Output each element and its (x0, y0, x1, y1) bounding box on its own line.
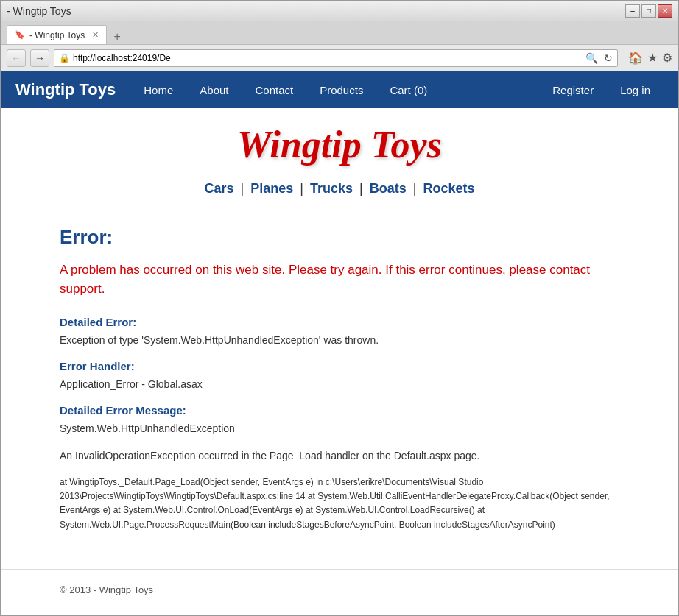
navbar: Wingtip Toys Home About Contact Products… (1, 71, 678, 108)
cat-trucks[interactable]: Trucks (310, 181, 353, 196)
footer: © 2013 - Wingtip Toys (1, 569, 678, 610)
nav-products[interactable]: Products (306, 74, 376, 107)
category-nav: Cars | Planes | Trucks | Boats | Rockets (1, 174, 678, 211)
navbar-right: Register Log in (539, 74, 664, 107)
error-heading: Error: (60, 226, 619, 249)
nav-cart[interactable]: Cart (0) (376, 74, 440, 107)
minimize-button[interactable]: – (625, 4, 640, 18)
refresh-icon[interactable]: ↻ (604, 52, 613, 64)
site-title: Wingtip Toys (1, 123, 678, 166)
detailed-message-value1: System.Web.HttpUnhandledException (60, 421, 619, 436)
nav-contact[interactable]: Contact (242, 74, 306, 107)
sep-2: | (300, 181, 307, 196)
footer-text: © 2013 - Wingtip Toys (60, 584, 153, 595)
sep-1: | (241, 181, 248, 196)
nav-home[interactable]: Home (130, 74, 186, 107)
tab-title: - Wingtip Toys (29, 30, 85, 40)
tab-favicon-icon: 🔖 (15, 30, 25, 40)
detailed-message-value2: An InvalidOperationException occurred in… (60, 448, 619, 464)
cat-rockets[interactable]: Rockets (423, 181, 474, 196)
home-icon[interactable]: 🏠 (628, 51, 643, 65)
address-input[interactable] (73, 53, 580, 63)
close-button[interactable]: ✕ (658, 4, 672, 18)
browser-content: Wingtip Toys Home About Contact Products… (1, 71, 678, 615)
tab-bar: 🔖 - Wingtip Toys ✕ + (1, 21, 678, 45)
cat-cars[interactable]: Cars (205, 181, 234, 196)
error-handler-label: Error Handler: (60, 360, 619, 372)
stack-trace: at WingtipToys._Default.Page_Load(Object… (60, 475, 619, 532)
detailed-error-value: Exception of type 'System.Web.HttpUnhand… (60, 333, 619, 348)
forward-button[interactable]: → (30, 49, 49, 67)
detailed-error-label: Detailed Error: (60, 316, 619, 328)
address-bar: ← → 🔒 🔍 ↻ 🏠 ★ ⚙ (1, 45, 678, 71)
cat-planes[interactable]: Planes (250, 181, 293, 196)
error-message: A problem has occurred on this web site.… (60, 261, 619, 298)
favorites-icon[interactable]: ★ (647, 51, 658, 65)
search-icon[interactable]: 🔍 (585, 52, 598, 64)
site-title-area: Wingtip Toys (1, 108, 678, 174)
settings-icon[interactable]: ⚙ (662, 51, 672, 65)
maximize-button[interactable]: □ (641, 4, 656, 18)
tab-close-icon[interactable]: ✕ (92, 30, 99, 40)
address-icon: 🔒 (59, 53, 70, 63)
title-bar: - Wingtip Toys – □ ✕ (1, 1, 678, 21)
nav-login[interactable]: Log in (607, 74, 664, 107)
cat-boats[interactable]: Boats (370, 181, 407, 196)
new-tab-button[interactable]: + (108, 29, 126, 44)
nav-register[interactable]: Register (539, 74, 607, 107)
detailed-message-label: Detailed Error Message: (60, 404, 619, 417)
window-title: - Wingtip Toys (7, 5, 71, 17)
sep-4: | (413, 181, 421, 196)
back-button[interactable]: ← (7, 49, 26, 67)
active-tab[interactable]: 🔖 - Wingtip Toys ✕ (7, 25, 107, 44)
nav-about[interactable]: About (186, 74, 242, 107)
address-input-wrap: 🔒 🔍 ↻ (54, 49, 618, 67)
sep-3: | (359, 181, 367, 196)
main-content: Error: A problem has occurred on this we… (1, 211, 678, 562)
navbar-links: Home About Contact Products Cart (0) (130, 74, 539, 107)
navbar-brand[interactable]: Wingtip Toys (15, 80, 116, 99)
error-handler-value: Application_Error - Global.asax (60, 377, 619, 392)
